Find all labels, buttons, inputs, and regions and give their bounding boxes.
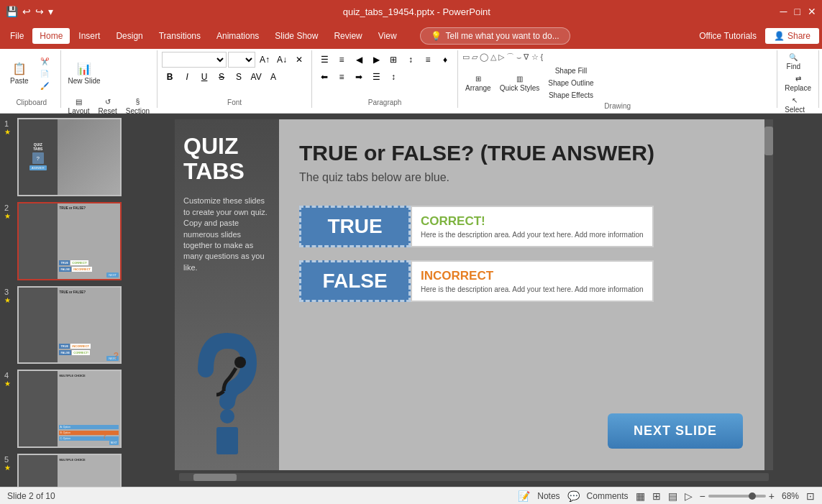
align-right-button[interactable]: ➡ — [351, 69, 367, 85]
redo-icon[interactable]: ↪ — [35, 6, 44, 17]
notes-label[interactable]: Notes — [537, 491, 560, 501]
replace-label: Replace — [785, 84, 811, 92]
menu-slideshow[interactable]: Slide Show — [268, 28, 325, 44]
shape-effects-button[interactable]: Shape Effects — [545, 90, 596, 101]
office-tutorials-link[interactable]: Office Tutorials — [699, 31, 757, 41]
copy-button[interactable]: 📄 — [33, 68, 56, 79]
align-center-button[interactable]: ≡ — [334, 69, 350, 85]
slide-img-1[interactable]: QUIZTABS ? ANSWER — [17, 118, 122, 196]
strikethrough-button[interactable]: S — [214, 69, 229, 85]
slide-question-title: TRUE or FALSE? (TRUE ANSWER) — [299, 141, 744, 165]
menu-animations[interactable]: Animations — [209, 28, 266, 44]
toolbar-dropdown-icon[interactable]: ▾ — [48, 6, 53, 17]
share-button[interactable]: 👤 Share — [765, 28, 819, 44]
character-spacing-button[interactable]: AV — [248, 69, 264, 85]
undo-icon[interactable]: ↩ — [22, 6, 31, 17]
zoom-slider-thumb[interactable] — [749, 492, 756, 500]
scrollbar-thumb[interactable] — [764, 127, 773, 155]
align-left-button[interactable]: ⬅ — [316, 69, 332, 85]
menu-review[interactable]: Review — [326, 28, 369, 44]
font-color-button[interactable]: A — [265, 69, 281, 85]
line-spacing-button[interactable]: ↕ — [385, 69, 401, 85]
new-slide-button[interactable]: 📊 New Slide — [65, 52, 104, 95]
status-bar: Slide 2 of 10 📝 Notes 💬 Comments ▦ ⊞ ▤ ▷… — [0, 487, 822, 504]
font-label: Font — [162, 97, 307, 106]
numbering-button[interactable]: ≡ — [334, 52, 350, 68]
menu-home[interactable]: Home — [32, 28, 70, 44]
bold-button[interactable]: B — [162, 69, 178, 85]
tell-me-input[interactable]: 💡 Tell me what you want to do... — [420, 27, 570, 45]
slide-img-3[interactable]: TRUE or FALSE? TRUE INCORRECT FALSE CORR… — [17, 286, 122, 365]
cut-button[interactable]: ✂️ — [33, 56, 56, 67]
bottom-scrollbar-thumb[interactable] — [193, 474, 237, 481]
slide-img-5[interactable]: MULTIPLE CHOICE A: Option B: Option C: O… — [17, 454, 122, 487]
menu-file[interactable]: File — [3, 28, 31, 44]
align-text-button[interactable]: ≡ — [420, 52, 436, 68]
quick-styles-button[interactable]: ▥ Quick Styles — [497, 73, 543, 93]
maximize-icon[interactable]: □ — [795, 6, 800, 17]
slide-num-1: 1 — [4, 118, 14, 128]
share-icon: 👤 — [774, 31, 785, 41]
shapes-row: ▭ ▱ ◯ △ ▷ ⌒ ⌣ ∇ ☆ { — [462, 52, 543, 63]
menu-transitions[interactable]: Transitions — [152, 28, 208, 44]
minimize-icon[interactable]: ─ — [780, 6, 787, 17]
view-normal-icon[interactable]: ▦ — [636, 490, 645, 502]
correct-label: CORRECT! — [421, 214, 644, 229]
direction-button[interactable]: ↕ — [403, 52, 419, 68]
menu-insert[interactable]: Insert — [71, 28, 107, 44]
copy-icon: 📄 — [40, 70, 49, 78]
column-layout-button[interactable]: ⊞ — [385, 52, 401, 68]
underline-button[interactable]: U — [196, 69, 212, 85]
slide-thumb-2[interactable]: 2 ★ TRUE or FALSE? TRUE CORRECT! FALSE I… — [3, 201, 123, 282]
zoom-out-icon[interactable]: − — [700, 490, 705, 502]
slide-thumb-4[interactable]: 4 ★ MULTIPLE CHOICE A: Option B: Option … — [3, 368, 123, 449]
text-shadow-button[interactable]: S — [231, 69, 247, 85]
view-reading-icon[interactable]: ▤ — [668, 490, 677, 502]
zoom-in-icon[interactable]: + — [769, 490, 775, 502]
select-button[interactable]: ↖ Select — [782, 95, 808, 115]
find-button[interactable]: 🔍 Find — [782, 52, 805, 72]
font-size-select[interactable] — [228, 52, 255, 68]
slide-thumb-3[interactable]: 3 ★ TRUE or FALSE? TRUE INCORRECT FALSE … — [3, 285, 123, 366]
decrease-font-button[interactable]: A↓ — [274, 52, 290, 68]
fit-slide-icon[interactable]: ⊡ — [806, 490, 815, 502]
format-painter-button[interactable]: 🖌️ — [33, 81, 56, 91]
decrease-indent-button[interactable]: ◀ — [351, 52, 367, 68]
bullets-button[interactable]: ☰ — [316, 52, 332, 68]
answer-tab-false[interactable]: FALSE — [299, 260, 411, 302]
save-icon[interactable]: 💾 — [6, 6, 18, 17]
paste-button[interactable]: 📋 Paste — [7, 52, 32, 95]
new-slide-icon: 📊 — [77, 62, 91, 75]
zoom-level[interactable]: 68% — [782, 491, 799, 501]
bottom-scrollbar[interactable] — [179, 473, 769, 481]
layout-icon: ▤ — [76, 98, 82, 106]
slide-img-2[interactable]: TRUE or FALSE? TRUE CORRECT! FALSE INCOR… — [17, 202, 122, 280]
select-label: Select — [785, 106, 805, 114]
right-scrollbar[interactable] — [764, 119, 773, 470]
slide-thumb-1[interactable]: 1 ★ QUIZTABS ? ANSWER — [3, 116, 123, 198]
next-slide-button[interactable]: NEXT SLIDE — [608, 413, 743, 449]
smartart-button[interactable]: ♦ — [437, 52, 453, 68]
italic-button[interactable]: I — [179, 69, 195, 85]
slide-img-4[interactable]: MULTIPLE CHOICE A: Option B: Option C: O… — [17, 370, 122, 448]
comments-label[interactable]: Comments — [587, 491, 629, 501]
zoom-slider[interactable] — [708, 495, 766, 498]
view-slide-sorter-icon[interactable]: ⊞ — [652, 490, 661, 502]
correct-desc: Here is the description area. Add your t… — [421, 230, 644, 239]
replace-button[interactable]: ⇄ Replace — [782, 73, 814, 93]
shape-outline-button[interactable]: Shape Outline — [545, 78, 596, 88]
menu-design[interactable]: Design — [109, 28, 150, 44]
increase-font-button[interactable]: A↑ — [257, 52, 273, 68]
justify-button[interactable]: ☰ — [368, 69, 384, 85]
clear-format-button[interactable]: ✕ — [291, 52, 307, 68]
font-family-select[interactable] — [162, 52, 227, 68]
view-slideshow-icon[interactable]: ▷ — [685, 490, 693, 502]
shape-effects-label: Shape Effects — [549, 91, 593, 99]
slide-thumb-5[interactable]: 5 ★ MULTIPLE CHOICE A: Option B: Option … — [3, 452, 123, 487]
answer-tab-true[interactable]: TRUE — [299, 206, 411, 247]
close-icon[interactable]: ✕ — [808, 6, 816, 17]
shape-fill-button[interactable]: Shape Fill — [545, 65, 596, 76]
menu-view[interactable]: View — [371, 28, 404, 44]
increase-indent-button[interactable]: ▶ — [368, 52, 384, 68]
arrange-button[interactable]: ⊞ Arrange — [462, 73, 494, 93]
